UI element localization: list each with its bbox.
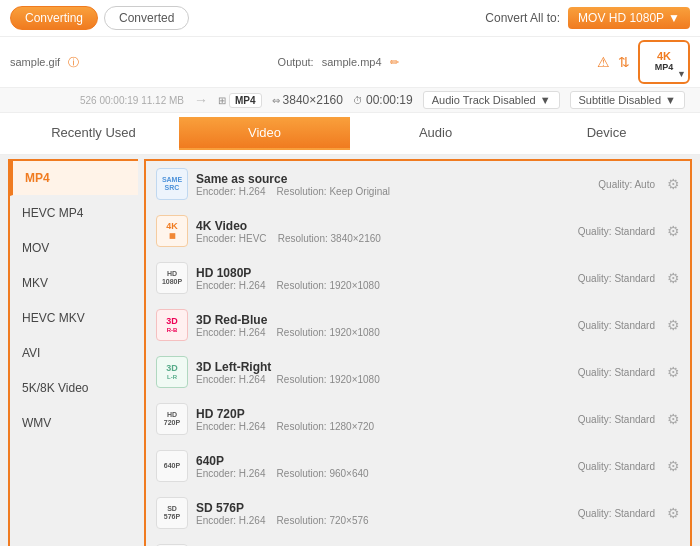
format-title-576p: SD 576P xyxy=(196,501,567,515)
convert-all-area: Convert All to: MOV HD 1080P ▼ xyxy=(485,7,690,29)
format-select-btn[interactable]: MOV HD 1080P ▼ xyxy=(568,7,690,29)
convert-all-label: Convert All to: xyxy=(485,11,560,25)
audio-track-dropdown[interactable]: Audio Track Disabled ▼ xyxy=(423,91,560,109)
output-file: sample.mp4 xyxy=(322,56,382,68)
format-info-3d-rb: 3D Red-Blue Encoder: H.264 Resolution: 1… xyxy=(196,313,567,338)
sidebar-item-mp4[interactable]: MP4 xyxy=(10,161,138,196)
tab-recently-used[interactable]: Recently Used xyxy=(8,117,179,150)
format-icon-same: SAME SRC xyxy=(156,168,188,200)
sidebar-item-wmv[interactable]: WMV xyxy=(10,406,138,441)
format-list-panel: SAME SRC Same as source Encoder: H.264 R… xyxy=(144,159,692,546)
sidebar-item-5k8k[interactable]: 5K/8K Video xyxy=(10,371,138,406)
gear-icon-576p[interactable]: ⚙ xyxy=(667,505,680,521)
source-size: 526 00:00:19 11.12 MB xyxy=(80,95,184,106)
media-format: ⊞ MP4 xyxy=(218,93,262,108)
gear-icon-1080p[interactable]: ⚙ xyxy=(667,270,680,286)
gear-icon-720p[interactable]: ⚙ xyxy=(667,411,680,427)
tab-video[interactable]: Video xyxy=(179,117,350,150)
top-tabs: Converting Converted xyxy=(10,6,189,30)
format-icon-1080p: HD 1080P xyxy=(156,262,188,294)
sidebar-item-avi[interactable]: AVI xyxy=(10,336,138,371)
format-list: SAME SRC Same as source Encoder: H.264 R… xyxy=(146,161,690,546)
file-bar: sample.gif ⓘ Output: sample.mp4 ✏ ⚠ ⇅ 4K… xyxy=(0,37,700,88)
format-info-1080p: HD 1080P Encoder: H.264 Resolution: 1920… xyxy=(196,266,567,291)
badge-4k[interactable]: 4K MP4 ▼ xyxy=(638,40,690,84)
edit-icon[interactable]: ✏ xyxy=(390,56,399,69)
format-title-720p: HD 720P xyxy=(196,407,567,421)
gear-icon-same[interactable]: ⚙ xyxy=(667,176,680,192)
format-quality-1080p: Quality: Standard xyxy=(575,273,655,284)
format-details-640p: Encoder: H.264 Resolution: 960×640 xyxy=(196,468,567,479)
format-info-4k: 4K Video Encoder: HEVC Resolution: 3840×… xyxy=(196,219,567,244)
badge-dropdown-arrow: ▼ xyxy=(677,69,686,79)
format-dropdown-arrow: ▼ xyxy=(668,11,680,25)
format-quality-720p: Quality: Standard xyxy=(575,414,655,425)
format-row-720p[interactable]: HD 720P HD 720P Encoder: H.264 Resolutio… xyxy=(146,396,690,443)
format-sidebar: MP4 HEVC MP4 MOV MKV HEVC MKV AVI 5K/8K … xyxy=(8,159,138,546)
format-details-same: Encoder: H.264 Resolution: Keep Original xyxy=(196,186,567,197)
top-bar: Converting Converted Convert All to: MOV… xyxy=(0,0,700,37)
format-details-576p: Encoder: H.264 Resolution: 720×576 xyxy=(196,515,567,526)
alert-icon[interactable]: ⚠ xyxy=(597,54,610,70)
file-name: sample.gif xyxy=(10,56,60,68)
format-row-same-as-source[interactable]: SAME SRC Same as source Encoder: H.264 R… xyxy=(146,161,690,208)
format-title-1080p: HD 1080P xyxy=(196,266,567,280)
format-quality-4k: Quality: Standard xyxy=(575,226,655,237)
format-row-1080p[interactable]: HD 1080P HD 1080P Encoder: H.264 Resolut… xyxy=(146,255,690,302)
format-details-720p: Encoder: H.264 Resolution: 1280×720 xyxy=(196,421,567,432)
format-info-576p: SD 576P Encoder: H.264 Resolution: 720×5… xyxy=(196,501,567,526)
sidebar-item-mov[interactable]: MOV xyxy=(10,231,138,266)
tab-device[interactable]: Device xyxy=(521,117,692,150)
format-title-3d-rb: 3D Red-Blue xyxy=(196,313,567,327)
tab-audio[interactable]: Audio xyxy=(350,117,521,150)
format-row-4k[interactable]: 4K ▦ 4K Video Encoder: HEVC Resolution: … xyxy=(146,208,690,255)
format-tabs-header: Recently Used Video Audio Device xyxy=(0,113,700,155)
format-info-720p: HD 720P Encoder: H.264 Resolution: 1280×… xyxy=(196,407,567,432)
format-row-480p[interactable]: SD 480P SD 480P Encoder: H.264 Resolutio… xyxy=(146,537,690,546)
sidebar-item-mkv[interactable]: MKV xyxy=(10,266,138,301)
format-row-576p[interactable]: SD 576P SD 576P Encoder: H.264 Resolutio… xyxy=(146,490,690,537)
format-quality-same: Quality: Auto xyxy=(575,179,655,190)
info-icon[interactable]: ⓘ xyxy=(68,55,79,70)
tab-converted[interactable]: Converted xyxy=(104,6,189,30)
sidebar-item-hevc-mkv[interactable]: HEVC MKV xyxy=(10,301,138,336)
format-title-640p: 640P xyxy=(196,454,567,468)
output-label: Output: xyxy=(278,56,314,68)
format-icon-3d-rb: 3D R-B xyxy=(156,309,188,341)
gear-icon-4k[interactable]: ⚙ xyxy=(667,223,680,239)
format-info-640p: 640P Encoder: H.264 Resolution: 960×640 xyxy=(196,454,567,479)
tab-converting[interactable]: Converting xyxy=(10,6,98,30)
format-info-3d-lr: 3D Left-Right Encoder: H.264 Resolution:… xyxy=(196,360,567,385)
format-details-1080p: Encoder: H.264 Resolution: 1920×1080 xyxy=(196,280,567,291)
format-icon-640p: 640P xyxy=(156,450,188,482)
format-quality-3d-rb: Quality: Standard xyxy=(575,320,655,331)
subtitle-dropdown[interactable]: Subtitle Disabled ▼ xyxy=(570,91,685,109)
format-select-label: MOV HD 1080P xyxy=(578,11,664,25)
format-row-3d-lr[interactable]: 3D L-R 3D Left-Right Encoder: H.264 Reso… xyxy=(146,349,690,396)
arrow-icon: → xyxy=(194,92,208,108)
format-icon-3d-lr: 3D L-R xyxy=(156,356,188,388)
format-info-same: Same as source Encoder: H.264 Resolution… xyxy=(196,172,567,197)
sidebar-item-hevc-mp4[interactable]: HEVC MP4 xyxy=(10,196,138,231)
format-quality-576p: Quality: Standard xyxy=(575,508,655,519)
gear-icon-3d-rb[interactable]: ⚙ xyxy=(667,317,680,333)
gear-icon-3d-lr[interactable]: ⚙ xyxy=(667,364,680,380)
media-duration: ⏱ 00:00:19 xyxy=(353,93,413,107)
subtitle-label: Subtitle Disabled xyxy=(579,94,662,106)
audio-track-label: Audio Track Disabled xyxy=(432,94,536,106)
format-row-640p[interactable]: 640P 640P Encoder: H.264 Resolution: 960… xyxy=(146,443,690,490)
format-row-3d-rb[interactable]: 3D R-B 3D Red-Blue Encoder: H.264 Resolu… xyxy=(146,302,690,349)
format-title-same: Same as source xyxy=(196,172,567,186)
gear-icon-640p[interactable]: ⚙ xyxy=(667,458,680,474)
resolution-value: 3840×2160 xyxy=(283,93,343,107)
format-quality-640p: Quality: Standard xyxy=(575,461,655,472)
format-badge: MP4 xyxy=(229,93,262,108)
media-resolution: ⇔ 3840×2160 xyxy=(272,93,343,107)
format-title-3d-lr: 3D Left-Right xyxy=(196,360,567,374)
settings-icon[interactable]: ⇅ xyxy=(618,54,630,70)
format-details-3d-lr: Encoder: H.264 Resolution: 1920×1080 xyxy=(196,374,567,385)
format-details-4k: Encoder: HEVC Resolution: 3840×2160 xyxy=(196,233,567,244)
duration-value: 00:00:19 xyxy=(366,93,413,107)
content-panels: MP4 HEVC MP4 MOV MKV HEVC MKV AVI 5K/8K … xyxy=(0,155,700,546)
media-bar: 526 00:00:19 11.12 MB → ⊞ MP4 ⇔ 3840×216… xyxy=(0,88,700,113)
